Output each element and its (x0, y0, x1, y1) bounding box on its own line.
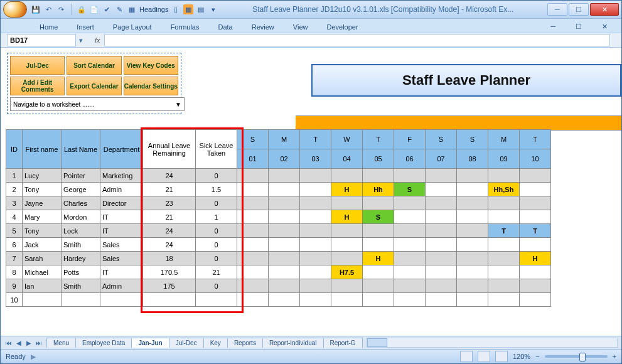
col-sick-leave[interactable]: Sick Leave Taken (196, 130, 237, 169)
cell-lastname[interactable]: Lock (62, 224, 100, 238)
cal-dow[interactable]: F (394, 130, 426, 149)
cell-annual[interactable]: 175 (143, 279, 196, 293)
cell-sick[interactable]: 0 (196, 238, 237, 252)
sheet-icon[interactable]: 📄 (89, 4, 99, 14)
cell-firstname[interactable]: Ian (23, 279, 62, 293)
cal-cell[interactable] (488, 238, 520, 252)
cal-cell[interactable] (457, 183, 488, 196)
cal-cell[interactable] (237, 252, 269, 265)
cal-cell[interactable] (269, 265, 300, 279)
cell-id[interactable]: 4 (6, 210, 23, 224)
cal-cell[interactable]: Hh (363, 183, 394, 196)
cell-firstname[interactable]: Jack (23, 238, 62, 252)
cal-dow[interactable]: S (237, 130, 269, 149)
cal-cell[interactable] (331, 279, 363, 293)
cal-cell[interactable] (237, 196, 269, 210)
cell-lastname[interactable]: Smith (62, 279, 100, 293)
cell-id[interactable]: 9 (6, 279, 23, 293)
cal-cell[interactable]: H (520, 252, 551, 265)
name-box[interactable]: BD17 (7, 34, 76, 46)
page-layout-view-button[interactable] (478, 351, 490, 362)
cal-cell[interactable]: H (331, 183, 363, 196)
cal-cell[interactable] (363, 279, 394, 293)
view-key-codes-button[interactable]: View Key Codes (124, 56, 178, 75)
cal-cell[interactable] (520, 265, 551, 279)
cell-id[interactable]: 6 (6, 238, 23, 252)
maximize-button[interactable]: ☐ (569, 3, 589, 16)
cell-id[interactable]: 8 (6, 265, 23, 279)
cal-cell[interactable] (237, 183, 269, 196)
cell-firstname[interactable]: Sarah (23, 252, 62, 265)
cell-annual[interactable] (143, 293, 196, 307)
cell-id[interactable]: 2 (6, 183, 23, 196)
cell-firstname[interactable]: Tony (23, 183, 62, 196)
lock-icon[interactable]: 🔒 (77, 4, 87, 14)
cal-cell[interactable] (300, 279, 331, 293)
cal-cell[interactable] (237, 238, 269, 252)
cal-cell[interactable] (520, 210, 551, 224)
cell-department[interactable]: Sales (100, 252, 143, 265)
cell-lastname[interactable]: Hardey (62, 252, 100, 265)
cell-lastname[interactable]: Charles (62, 196, 100, 210)
zoom-slider[interactable] (545, 355, 608, 358)
cal-num[interactable]: 07 (426, 149, 457, 169)
cal-cell[interactable] (300, 293, 331, 307)
cal-cell[interactable] (269, 279, 300, 293)
cell-lastname[interactable]: Pointer (62, 169, 100, 183)
cal-dow[interactable]: S (426, 130, 457, 149)
cal-cell[interactable] (426, 279, 457, 293)
cal-cell[interactable] (426, 196, 457, 210)
cell-annual[interactable]: 21 (143, 210, 196, 224)
minimize-button[interactable]: ─ (547, 3, 567, 16)
cal-cell[interactable] (488, 169, 520, 183)
cal-cell[interactable] (269, 252, 300, 265)
cal-cell[interactable] (520, 293, 551, 307)
sort-calendar-button[interactable]: Sort Calendar (67, 56, 121, 75)
cal-cell[interactable]: H (363, 252, 394, 265)
cal-dow[interactable]: T (363, 130, 394, 149)
cell-sick[interactable]: 1 (196, 210, 237, 224)
normal-view-button[interactable] (460, 351, 473, 362)
cal-dow[interactable]: T (300, 130, 331, 149)
cell-department[interactable] (100, 293, 143, 307)
cal-num[interactable]: 01 (237, 149, 269, 169)
cal-cell[interactable] (363, 265, 394, 279)
cell-department[interactable]: Admin (100, 279, 143, 293)
cal-dow[interactable]: W (331, 130, 363, 149)
cal-cell[interactable] (520, 183, 551, 196)
cal-cell[interactable] (426, 224, 457, 238)
tab-next-icon[interactable]: ▶ (24, 340, 33, 346)
cal-cell[interactable] (457, 169, 488, 183)
cal-dow[interactable]: T (520, 130, 551, 149)
cell-sick[interactable]: 0 (196, 279, 237, 293)
cal-cell[interactable]: T (520, 224, 551, 238)
cal-cell[interactable] (363, 169, 394, 183)
cal-dow[interactable]: S (457, 130, 488, 149)
cal-cell[interactable] (237, 293, 269, 307)
cell-annual[interactable]: 170.5 (143, 265, 196, 279)
cal-cell[interactable] (300, 224, 331, 238)
cell-lastname[interactable]: George (62, 183, 100, 196)
cell-lastname[interactable]: Smith (62, 238, 100, 252)
cell-sick[interactable]: 0 (196, 252, 237, 265)
cell-firstname[interactable]: Michael (23, 265, 62, 279)
cal-cell[interactable] (237, 169, 269, 183)
cell-annual[interactable]: 24 (143, 238, 196, 252)
cal-cell[interactable] (488, 293, 520, 307)
cal-cell[interactable] (237, 210, 269, 224)
cell-sick[interactable]: 0 (196, 196, 237, 210)
cal-cell[interactable] (426, 169, 457, 183)
sheet-tab-menu[interactable]: Menu (46, 338, 76, 348)
sheet-tab-jan-jun[interactable]: Jan-Jun (131, 338, 169, 348)
add-edit-comments-button[interactable]: Add / Edit Comments (10, 77, 65, 95)
cal-dow[interactable]: M (488, 130, 520, 149)
cal-cell[interactable] (331, 169, 363, 183)
cal-cell[interactable] (300, 183, 331, 196)
cal-num[interactable]: 08 (457, 149, 488, 169)
cal-cell[interactable]: H7.5 (331, 265, 363, 279)
cal-cell[interactable] (363, 293, 394, 307)
cal-cell[interactable] (394, 293, 426, 307)
cal-cell[interactable] (300, 265, 331, 279)
mdi-close-icon[interactable]: ✕ (593, 21, 616, 33)
cal-num[interactable]: 10 (520, 149, 551, 169)
